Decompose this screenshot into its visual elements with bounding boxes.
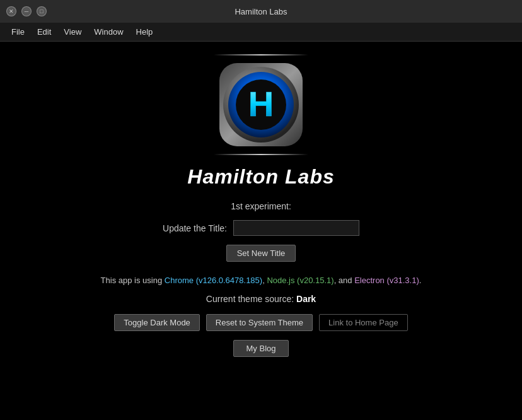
reset-system-theme-button[interactable]: Reset to System Theme — [206, 314, 313, 331]
menu-edit[interactable]: Edit — [31, 25, 57, 39]
theme-prefix: Current theme source: — [206, 294, 296, 304]
logo-line-top — [214, 54, 308, 55]
node-link[interactable]: Node.js (v20.15.1) — [267, 276, 334, 285]
window-title: Hamilton Labs — [235, 7, 287, 16]
svg-text:H: H — [248, 84, 274, 124]
close-button[interactable]: ✕ — [6, 6, 16, 16]
window-controls: ✕ ─ □ — [6, 6, 47, 16]
info-sep2: , and — [334, 276, 355, 285]
app-logo: H — [217, 61, 305, 149]
maximize-button[interactable]: □ — [37, 6, 47, 16]
update-title-input[interactable] — [233, 220, 359, 236]
menu-window[interactable]: Window — [88, 25, 129, 39]
menu-view[interactable]: View — [57, 25, 88, 39]
minimize-button[interactable]: ─ — [21, 6, 32, 16]
set-new-title-button[interactable]: Set New Title — [226, 245, 296, 262]
toggle-dark-mode-button[interactable]: Toggle Dark Mode — [114, 314, 200, 331]
update-title-label: Update the Title: — [163, 223, 227, 233]
info-suffix: . — [419, 276, 422, 285]
my-blog-button[interactable]: My Blog — [233, 340, 289, 357]
menu-help[interactable]: Help — [130, 25, 160, 39]
main-content: H — [0, 42, 522, 420]
title-bar: ✕ ─ □ Hamilton Labs — [0, 0, 522, 23]
info-prefix: This app is using — [101, 276, 165, 285]
button-row: Toggle Dark Mode Reset to System Theme L… — [114, 314, 407, 331]
theme-source: Current theme source: Dark — [206, 294, 316, 304]
menu-file[interactable]: File — [5, 25, 31, 39]
electron-link[interactable]: Electron (v31.3.1) — [354, 276, 419, 285]
logo-container: H — [214, 54, 308, 155]
link-home-page-button[interactable]: Link to Home Page — [319, 314, 408, 331]
theme-value: Dark — [296, 294, 316, 304]
chrome-link[interactable]: Chrome (v126.0.6478.185) — [165, 276, 262, 285]
update-title-row: Update the Title: — [163, 220, 359, 236]
experiment-label: 1st experiment: — [231, 201, 291, 211]
menu-bar: File Edit View Window Help — [0, 23, 522, 42]
app-title: Hamilton Labs — [187, 165, 334, 189]
info-text: This app is using Chrome (v126.0.6478.18… — [101, 276, 422, 285]
logo-line-bottom — [214, 154, 308, 155]
